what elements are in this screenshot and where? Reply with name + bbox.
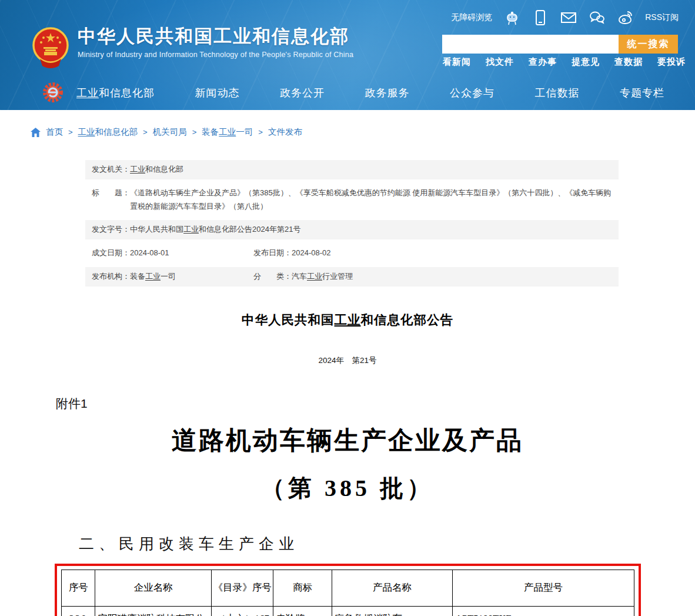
meta-row-title: 标 题： 《道路机动车辆生产企业及产品》（第385批）、《享受车船税减免优惠的节…	[85, 184, 619, 217]
cell-product-name: 应急救援消防车	[332, 606, 453, 616]
quick-link-files[interactable]: 找文件	[486, 56, 514, 68]
search-input[interactable]	[442, 35, 619, 54]
meta-row-doc-no: 发文字号： 中华人民共和国工业和信息化部公告2024年第21号	[85, 220, 619, 239]
nav-item-data[interactable]: 工信数据	[535, 86, 580, 100]
publish-date-label: 发布日期：	[253, 247, 292, 260]
attachment-label: 附件1	[56, 395, 695, 412]
document-meta: 发文机关： 工业和信息化部 标 题： 《道路机动车辆生产企业及产品》（第385批…	[85, 160, 619, 287]
highlight-red-frame: 序号 企业名称 《目录》序号 商标 产品名称 产品型号 220 安阳猎鹰消防科技…	[55, 564, 641, 616]
cell-product-model: APT5190TXF	[453, 606, 634, 616]
breadcrumb-separator: >	[192, 128, 197, 136]
nav-item-miit[interactable]: 工业和信息化部	[76, 86, 155, 100]
wechat-icon[interactable]	[589, 9, 605, 26]
nav-item-news[interactable]: 新闻动态	[195, 86, 240, 100]
written-date-label: 成文日期：	[92, 247, 130, 260]
doc-meta-title-value: 《道路机动车辆生产企业及产品》（第385批）、《享受车船税减免优惠的节约能源 使…	[130, 187, 612, 214]
quick-link-suggest[interactable]: 提意见	[572, 56, 600, 68]
search-box: 统一搜索	[442, 35, 678, 54]
cell-brand: 赤羚牌	[273, 606, 332, 616]
meta-row-dates: 成文日期： 2024-08-01 发布日期： 2024-08-02	[85, 244, 619, 263]
issuing-org-value: 工业和信息化部	[130, 163, 612, 177]
mobile-icon[interactable]	[532, 9, 549, 26]
nav-item-gov-open[interactable]: 政务公开	[280, 86, 325, 100]
main-nav: 工业和信息化部 新闻动态 政务公开 政务服务 公众参与 工信数据 专题专栏	[0, 76, 695, 110]
meta-row-issuing-org: 发文机关： 工业和信息化部	[85, 160, 619, 179]
cell-catalog-no: （十六）167	[212, 606, 273, 616]
weibo-icon[interactable]	[617, 9, 633, 26]
nav-item-topics[interactable]: 专题专栏	[620, 86, 664, 100]
written-date-value: 2024-08-01	[130, 247, 169, 260]
breadcrumb-separator: >	[68, 128, 73, 136]
issuing-org-label: 发文机关：	[92, 163, 130, 177]
breadcrumb-departments[interactable]: 机关司局	[153, 126, 187, 138]
attachment-doc-title-line1: 道路机动车辆生产企业及产品	[0, 424, 695, 458]
breadcrumb-separator: >	[143, 128, 148, 136]
quick-link-services[interactable]: 查办事	[529, 56, 557, 68]
doc-meta-title-label: 标 题：	[92, 187, 130, 214]
announcement-title: 中华人民共和国工业和信息化部公告	[0, 311, 695, 328]
breadcrumb-file-release[interactable]: 文件发布	[268, 126, 302, 138]
cell-seq: 220	[62, 606, 95, 616]
col-header-brand: 商标	[273, 570, 332, 606]
national-emblem-icon	[32, 26, 69, 68]
meta-row-publisher: 发布机构： 装备工业一司 分 类： 汽车工业行业管理	[85, 267, 619, 287]
category-value: 汽车工业行业管理	[292, 270, 353, 284]
breadcrumb: 首页 > 工业和信息化部 > 机关司局 > 装备工业一司 > 文件发布	[31, 126, 695, 138]
robot-mascot-icon[interactable]	[504, 9, 520, 26]
product-table-header-row: 序号 企业名称 《目录》序号 商标 产品名称 产品型号	[62, 570, 634, 606]
publish-date-value: 2024-08-02	[292, 247, 331, 260]
section-heading: 二、民用改装车生产企业	[79, 534, 695, 554]
site-brand: 中华人民共和国工业和信息化部 Ministry of Industry and …	[32, 26, 353, 68]
quick-link-complaint[interactable]: 要投诉	[657, 56, 686, 68]
cell-company: 安阳猎鹰消防科技有限公司	[95, 606, 212, 616]
col-header-company: 企业名称	[95, 570, 212, 606]
announcement-issue-number: 2024年 第21号	[0, 355, 695, 366]
utility-bar: 无障碍浏览	[451, 9, 679, 26]
breadcrumb-separator: >	[258, 128, 263, 136]
site-banner: 无障碍浏览	[0, 0, 695, 110]
mail-icon[interactable]	[560, 9, 577, 26]
col-header-product-name: 产品名称	[332, 570, 453, 606]
category-label: 分 类：	[253, 270, 292, 284]
site-subtitle: Ministry of Industry and Information Tec…	[78, 51, 353, 59]
product-table-row: 220 安阳猎鹰消防科技有限公司 （十六）167 赤羚牌 应急救援消防车 APT…	[62, 606, 634, 616]
col-header-catalog-no: 《目录》序号	[212, 570, 273, 606]
search-button[interactable]: 统一搜索	[619, 35, 678, 54]
nav-item-gov-service[interactable]: 政务服务	[365, 86, 410, 100]
product-table: 序号 企业名称 《目录》序号 商标 产品名称 产品型号 220 安阳猎鹰消防科技…	[61, 570, 634, 616]
site-title: 中华人民共和国工业和信息化部	[78, 26, 353, 47]
breadcrumb-miit[interactable]: 工业和信息化部	[78, 126, 138, 138]
nav-item-participation[interactable]: 公众参与	[450, 86, 494, 100]
attachment-doc-title-line2: （第 385 批）	[0, 472, 695, 504]
publisher-value: 装备工业一司	[130, 270, 176, 284]
breadcrumb-home[interactable]: 首页	[46, 126, 63, 138]
quick-links: 看新闻 找文件 查办事 提意见 查数据 要投诉	[443, 56, 686, 68]
publisher-label: 发布机构：	[92, 270, 130, 284]
rss-link[interactable]: RSS订阅	[645, 12, 679, 23]
quick-link-data[interactable]: 查数据	[614, 56, 643, 68]
doc-no-value: 中华人民共和国工业和信息化部公告2024年第21号	[130, 223, 612, 237]
breadcrumb-equipment-dept[interactable]: 装备工业一司	[202, 126, 253, 138]
accessibility-link[interactable]: 无障碍浏览	[451, 12, 492, 23]
col-header-seq: 序号	[62, 570, 95, 606]
miit-e-logo-icon	[42, 82, 64, 103]
home-icon[interactable]	[31, 128, 41, 137]
doc-no-label: 发文字号：	[92, 223, 130, 237]
quick-link-news[interactable]: 看新闻	[443, 56, 471, 68]
col-header-product-model: 产品型号	[453, 570, 634, 606]
